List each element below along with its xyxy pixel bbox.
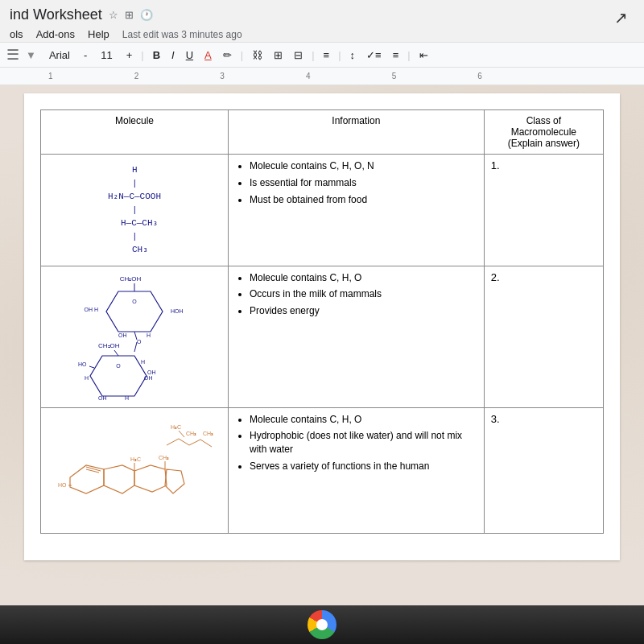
svg-text:CH₃: CH₃: [159, 455, 169, 460]
svg-marker-34: [104, 465, 134, 493]
title-bar: ind Worksheet ☆ ⊞ 🕐 ↗: [0, 0, 644, 27]
image-button[interactable]: ⊟: [290, 47, 307, 63]
indent-decrease-button[interactable]: ⇤: [415, 47, 432, 63]
svg-text:OH: OH: [98, 395, 107, 400]
molecule-cell-2: CH₂OH O HOH OH H OH H: [41, 266, 229, 407]
svg-marker-36: [165, 469, 184, 493]
table-row: CH₂OH O HOH OH H OH H: [41, 266, 604, 407]
sidebar-toggle-icon[interactable]: ☰: [6, 46, 19, 64]
info-cell-2: Molecule contains C, H, O Occurs in the …: [229, 266, 485, 407]
info-item: Molecule contains C, H, O: [250, 271, 477, 285]
svg-text:OH: OH: [144, 375, 153, 381]
table-row: H | H₂N—C—COOH | H—C—CH₃ | CH₃ Molecule …: [41, 155, 604, 266]
svg-line-27: [179, 439, 189, 445]
align-button[interactable]: ≡: [320, 47, 334, 63]
line-spacing-button[interactable]: ↕: [346, 47, 360, 63]
grid-icon[interactable]: ⊞: [125, 9, 134, 21]
svg-line-9: [114, 350, 118, 356]
font-selector[interactable]: Arial: [43, 47, 76, 63]
chrome-logo: [308, 610, 336, 639]
svg-line-26: [167, 439, 179, 445]
svg-text:HO: HO: [58, 482, 67, 488]
info-item: Molecule contains C, H, O, N: [250, 159, 477, 173]
font-color-button[interactable]: A: [200, 47, 216, 63]
row-number-1: 1.: [491, 159, 500, 171]
row-number-2: 2.: [491, 271, 500, 283]
worksheet-table: Molecule Information Class ofMacromolecu…: [40, 109, 604, 534]
separator-2: |: [241, 49, 243, 61]
svg-line-21: [134, 332, 137, 340]
svg-line-37: [86, 467, 101, 471]
svg-text:OH: OH: [147, 369, 156, 375]
svg-text:O: O: [137, 339, 142, 345]
svg-marker-35: [134, 465, 167, 492]
svg-text:HO: HO: [78, 361, 87, 367]
header-class: Class ofMacromolecule(Explain answer): [484, 110, 603, 155]
svg-marker-2: [106, 291, 163, 332]
svg-text:O: O: [132, 299, 137, 304]
menu-bar: ols Add-ons Help Last edit was 3 minutes…: [0, 27, 644, 42]
svg-line-13: [89, 366, 94, 368]
svg-text:CH₃: CH₃: [203, 431, 213, 436]
chrome-logo-inner: [316, 619, 328, 630]
toolbar: ☰ ▼ Arial - 11 + | B I U A ✏ | ⛓ ⊞ ⊟ | ≡…: [0, 42, 644, 68]
star-icon[interactable]: ☆: [109, 9, 118, 21]
last-edit: Last edit was 3 minutes ago: [122, 29, 242, 40]
separator-1: |: [141, 49, 143, 61]
font-size-increase[interactable]: +: [122, 47, 137, 63]
trend-icon: ↗: [614, 8, 628, 27]
bold-button[interactable]: B: [149, 47, 164, 63]
chrome-taskbar-icon[interactable]: [307, 609, 337, 640]
separator-4: |: [338, 49, 341, 61]
checklist-button[interactable]: ✓≡: [362, 47, 386, 63]
header-information: Information: [229, 110, 485, 155]
browser-chrome: ind Worksheet ☆ ⊞ 🕐 ↗ ols Add-ons Help L…: [0, 0, 644, 85]
clock-icon[interactable]: 🕐: [140, 9, 153, 21]
info-item: Occurs in the milk of mammals: [250, 287, 477, 301]
info-item: Hydrophobic (does not like water) and wi…: [250, 429, 477, 456]
svg-text:O: O: [116, 363, 121, 369]
ruler: 1 2 3 4 5 6: [0, 68, 644, 85]
underline-button[interactable]: U: [182, 47, 197, 63]
svg-text:H₃C: H₃C: [130, 456, 141, 462]
font-size-decrease[interactable]: -: [80, 47, 91, 63]
bullets-button[interactable]: ≡: [389, 47, 403, 63]
row-number-3: 3.: [491, 413, 500, 425]
menu-addons[interactable]: Add-ons: [36, 28, 75, 40]
comment-button[interactable]: ⊞: [270, 47, 287, 63]
table-row: H₃C CH₃ CH₃ HO: [41, 407, 604, 533]
svg-text:H: H: [147, 332, 151, 338]
svg-line-28: [189, 440, 200, 445]
ruler-marks: 1 2 3 4 5 6: [48, 72, 497, 80]
document-title: ind Worksheet: [10, 6, 102, 23]
sugar-structure: CH₂OH O HOH OH H OH H: [54, 271, 215, 400]
svg-text:CH₃: CH₃: [186, 431, 196, 436]
info-cell-3: Molecule contains C, H, O Hydrophobic (d…: [229, 407, 485, 533]
italic-button[interactable]: I: [167, 47, 179, 63]
svg-text:HOH: HOH: [171, 308, 184, 314]
class-cell-1[interactable]: 1.: [484, 155, 603, 266]
molecule-cell-3: H₃C CH₃ CH₃ HO: [41, 407, 229, 533]
amino-acid-structure: H | H₂N—C—COOH | H—C—CH₃ | CH₃: [100, 159, 169, 261]
page-selector[interactable]: ▼: [26, 49, 36, 61]
info-item: Provides energy: [250, 304, 477, 318]
svg-text:OH H: OH H: [85, 307, 99, 312]
svg-line-29: [200, 440, 212, 447]
menu-tools[interactable]: ols: [10, 28, 23, 40]
info-item: Is essential for mammals: [250, 176, 477, 190]
menu-help[interactable]: Help: [88, 28, 109, 40]
document-area: Molecule Information Class ofMacromolecu…: [0, 85, 644, 633]
highlight-button[interactable]: ✏: [219, 47, 236, 63]
font-size[interactable]: 11: [94, 47, 118, 63]
info-cell-1: Molecule contains C, H, O, N Is essentia…: [229, 155, 485, 266]
class-cell-2[interactable]: 2.: [484, 266, 603, 407]
svg-text:H₃C: H₃C: [171, 424, 181, 430]
page: Molecule Information Class ofMacromolecu…: [24, 93, 620, 560]
link-button[interactable]: ⛓: [248, 47, 266, 63]
svg-line-22: [134, 342, 137, 352]
separator-5: |: [407, 49, 410, 61]
svg-text:CH₂OH: CH₂OH: [98, 342, 120, 349]
class-cell-3[interactable]: 3.: [484, 407, 603, 533]
info-item: Must be obtained from food: [250, 193, 477, 207]
taskbar: [0, 605, 644, 644]
